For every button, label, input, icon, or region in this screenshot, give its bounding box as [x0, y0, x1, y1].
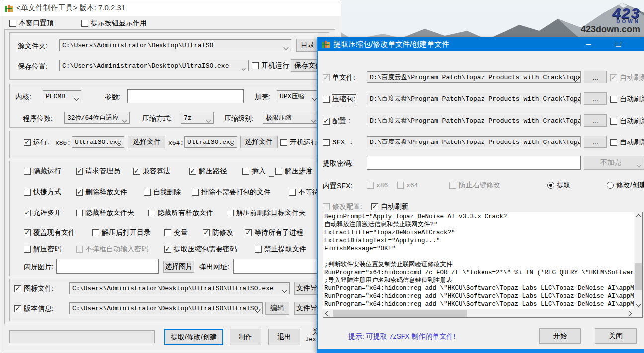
option-extract-progress[interactable]: 解压进度 — [275, 167, 313, 176]
option-hide-all-extracted[interactable]: 隐藏所有释放文件 — [148, 209, 213, 217]
choose-x86-file-button[interactable]: 选择文件 — [128, 136, 165, 148]
exit-button[interactable]: 退出 — [268, 329, 300, 345]
edit-button[interactable]: 编辑 — [265, 302, 289, 315]
option-request-admin[interactable]: 请求管理员 — [76, 167, 120, 176]
option-hide-extract-folder[interactable]: 隐藏释放文件夹 — [76, 209, 134, 217]
option-autorun-save[interactable]: 开机运行 — [252, 61, 289, 70]
save-location-combo[interactable]: C:\Users\Administrator\Desktop\UltraISO.… — [59, 60, 249, 71]
choose-x64-file-button[interactable]: 选择文件 — [240, 136, 278, 148]
option-allow-multi[interactable]: 允许多开 — [24, 209, 61, 217]
option-hide-run[interactable]: 隐藏运行 — [24, 167, 61, 176]
level-combo[interactable]: 极限压缩 — [263, 112, 319, 124]
option-auto-refresh-config[interactable]: 自动刷新 — [371, 202, 408, 211]
option-exclude-files[interactable]: 排除不需要打包的文件 — [192, 188, 271, 197]
bits-label: 程序位数: — [23, 114, 53, 123]
shell-combo[interactable]: UPX压缩 — [277, 90, 320, 102]
option-run[interactable]: 运行: — [24, 138, 49, 147]
file-row-sfx-checkbox[interactable]: SFX : — [323, 138, 353, 147]
option-button-hints[interactable]: 提示按钮显示作用 — [81, 19, 147, 28]
right-window-title: 提取压缩包/修改单文件/创建单文件 — [333, 40, 449, 49]
file-row-archive-checkbox[interactable]: 压缩包: — [323, 95, 355, 104]
run-x86-combo[interactable]: UltraISO.exe — [72, 136, 124, 148]
checkbox-icon — [192, 189, 199, 196]
option-label: 自动刷新 — [620, 138, 644, 147]
auto-refresh-sfx[interactable]: 自动刷新 — [610, 138, 644, 147]
scroll-up-button[interactable] — [634, 212, 643, 221]
option-anti-modify[interactable]: 防修改 — [203, 228, 233, 237]
run-x64-combo[interactable]: UltraISO.exe — [184, 136, 237, 148]
radio-modify-create[interactable]: 修改/创建 — [607, 181, 644, 190]
combo-value: D:\百度云盘\Program Patch\Topaz Products wit… — [370, 116, 581, 125]
button-label: ... — [592, 73, 598, 81]
checkbox-icon — [76, 210, 83, 216]
scrollbar-thumb[interactable] — [635, 263, 642, 290]
horizontal-scrollbar[interactable] — [323, 309, 634, 317]
option-icon-file[interactable]: 图标文件: — [14, 284, 54, 293]
option-open-dir-after[interactable]: 解压后打开目录 — [92, 228, 151, 237]
checkbox-icon — [323, 203, 330, 210]
option-label: 自动刷新 — [620, 73, 644, 82]
minimize-button[interactable] — [580, 37, 597, 51]
checkbox-icon — [76, 189, 83, 196]
extract-password-label: 提取密码: — [323, 159, 353, 168]
browse-single-button[interactable]: ... — [584, 71, 607, 83]
kernel-combo[interactable]: PECMD — [43, 90, 81, 102]
option-version-info[interactable]: 版本信息: — [14, 304, 54, 313]
method-combo[interactable]: 7z — [181, 112, 214, 124]
config-combo[interactable]: D:\百度云盘\Program Patch\Topaz Products wit… — [367, 115, 581, 126]
option-shortcut[interactable]: 快捷方式 — [24, 188, 61, 197]
option-forbid-extract[interactable]: 禁止提取文件 — [255, 245, 306, 254]
option-window-topmost[interactable]: 本窗口置顶 — [9, 19, 54, 28]
browse-archive-button[interactable]: ... — [584, 92, 607, 105]
option-delete-extracted[interactable]: 删除释放文件 — [76, 188, 127, 197]
extract-password-input[interactable] — [367, 156, 581, 170]
make-button[interactable]: 制作 — [230, 329, 261, 345]
scroll-right-button[interactable] — [625, 309, 634, 318]
browse-sfx-button[interactable]: ... — [584, 136, 607, 148]
params-input[interactable] — [127, 89, 244, 103]
bits-combo[interactable]: 32位/64位自适应 — [64, 112, 130, 124]
option-label: 允许多开 — [33, 209, 61, 217]
popup-url-input[interactable] — [233, 259, 319, 274]
option-variable[interactable]: 变量 — [164, 228, 188, 237]
option-delete-target-before[interactable]: 解压前删除目标文件夹 — [227, 209, 306, 217]
vertical-scrollbar[interactable] — [634, 212, 642, 309]
close-dialog-button[interactable]: 关闭 — [595, 328, 637, 344]
scroll-down-button[interactable] — [634, 300, 643, 309]
extract-modify-create-button[interactable]: 提取/修改/创建 — [164, 329, 223, 345]
splash-image-input[interactable] — [56, 259, 159, 274]
sfx-combo[interactable]: D:\百度云盘\Program Patch\Topaz Products wit… — [367, 136, 581, 147]
browse-config-button[interactable]: ... — [584, 114, 607, 127]
scroll-left-button[interactable] — [323, 309, 332, 318]
maximize-button[interactable] — [610, 37, 627, 51]
directory-button[interactable]: 目录 — [296, 39, 319, 52]
option-autorun-run[interactable]: 开机运行 — [280, 138, 318, 147]
option-overwrite-existing[interactable]: 覆盖现有文件 — [24, 228, 75, 237]
start-button[interactable]: 开始 — [539, 328, 581, 344]
left-window: <单文件制作工具> 版本: 7.0.2.31 × 本窗口置顶 提示按钮显示作用 … — [0, 0, 341, 353]
single-file-combo[interactable]: D:\百度云盘\Program Patch\Topaz Products wit… — [367, 71, 581, 83]
option-self-delete[interactable]: 自我删除 — [144, 188, 181, 197]
option-wait-child-processes[interactable]: 等待所有子进程 — [245, 228, 303, 237]
option-extract-path[interactable]: 解压路径 — [189, 167, 227, 176]
option-label: 防止右键修改 — [459, 181, 500, 190]
option-compat-algo[interactable]: 兼容算法 — [133, 167, 170, 176]
choose-image-button[interactable]: 选择图片 — [163, 261, 194, 273]
version-info-combo[interactable]: C:\Users\Administrator\Desktop\UltraISO\… — [69, 302, 263, 314]
option-no-wait[interactable]: 不等待 — [289, 188, 319, 197]
option-archive-need-password[interactable]: 提取压缩包需要密码 — [164, 245, 237, 254]
auto-refresh-config[interactable]: 自动刷新 — [610, 117, 644, 126]
archive-combo[interactable]: D:\百度云盘\Program Patch\Topaz Products wit… — [367, 93, 581, 104]
splash-image-label: 闪屏图片: — [24, 263, 54, 272]
auto-refresh-archive[interactable]: 自动刷新 — [610, 95, 644, 104]
icon-file-combo[interactable]: C:\Users\Administrator\Desktop\UltraISO\… — [69, 282, 290, 294]
option-extract-password[interactable]: 解压密码 — [24, 245, 61, 254]
source-folder-combo[interactable]: C:\Users\Administrator\Desktop\UltraISO — [59, 39, 291, 51]
file-row-config-checkbox[interactable]: 配置 : — [323, 117, 350, 126]
checkbox-icon — [255, 246, 262, 253]
config-textarea[interactable]: BeginPrompt="Apply Topaz DeNoise AI v3.3… — [323, 212, 643, 318]
chevron-down-icon — [230, 140, 234, 147]
option-insert[interactable]: 插入 — [242, 167, 266, 176]
scrollbar-thumb[interactable] — [333, 310, 467, 317]
radio-extract[interactable]: 提取 — [547, 181, 570, 190]
